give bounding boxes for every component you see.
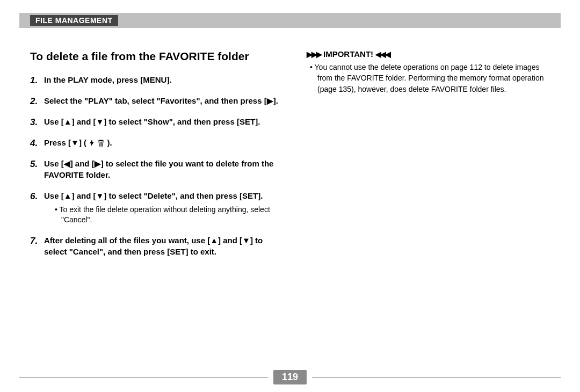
page-title: To delete a file from the FAVORITE folde… <box>30 49 282 63</box>
step-text: Use [▲] and [▼] to select "Delete", and … <box>44 191 263 200</box>
step-item: Use [▲] and [▼] to select "Delete", and … <box>30 190 282 225</box>
step-text: Press [▼] ( ). <box>44 138 112 147</box>
step-item: After deleting all of the files you want… <box>30 235 282 257</box>
divider-line-right <box>312 377 561 378</box>
step-item: In the PLAY mode, press [MENU]. <box>30 74 282 85</box>
step-item: Press [▼] ( ). <box>30 137 282 148</box>
step-item: Select the "PLAY" tab, select "Favorites… <box>30 95 282 106</box>
manual-page: FILE MANAGEMENT To delete a file from th… <box>0 0 580 392</box>
step-text: In the PLAY mode, press [MENU]. <box>44 75 172 84</box>
arrow-right-icon: ▶▶▶ <box>307 50 321 59</box>
divider-line-left <box>19 377 268 378</box>
content-columns: To delete a file from the FAVORITE folde… <box>19 49 561 267</box>
section-header-text: FILE MANAGEMENT <box>35 16 113 25</box>
step-subnote: To exit the file delete operation withou… <box>47 205 282 225</box>
step-item: Use [◀] and [▶] to select the file you w… <box>30 158 282 180</box>
footer-divider: 119 <box>19 370 561 384</box>
important-label: IMPORTANT! <box>323 49 373 59</box>
left-column: To delete a file from the FAVORITE folde… <box>19 49 282 267</box>
page-number: 119 <box>282 372 298 382</box>
trash-icon <box>97 138 105 147</box>
right-column: ▶▶▶ IMPORTANT! ◀◀◀ You cannot use the de… <box>301 49 561 267</box>
section-header-label: FILE MANAGEMENT <box>30 15 118 26</box>
arrow-left-icon: ◀◀◀ <box>375 50 390 59</box>
step-text: After deleting all of the files you want… <box>44 236 263 256</box>
step-text: Select the "PLAY" tab, select "Favorites… <box>44 96 278 105</box>
flash-icon <box>89 138 95 147</box>
important-heading: ▶▶▶ IMPORTANT! ◀◀◀ <box>305 49 556 59</box>
step-text: Use [◀] and [▶] to select the file you w… <box>44 159 273 179</box>
step-text: Use [▲] and [▼] to select "Show", and th… <box>44 117 260 126</box>
step-item: Use [▲] and [▼] to select "Show", and th… <box>30 116 282 127</box>
page-number-badge: 119 <box>273 370 307 384</box>
important-text: You cannot use the delete operations on … <box>305 62 556 95</box>
steps-list: In the PLAY mode, press [MENU]. Select t… <box>30 74 282 257</box>
page-footer: 119 <box>19 370 561 384</box>
